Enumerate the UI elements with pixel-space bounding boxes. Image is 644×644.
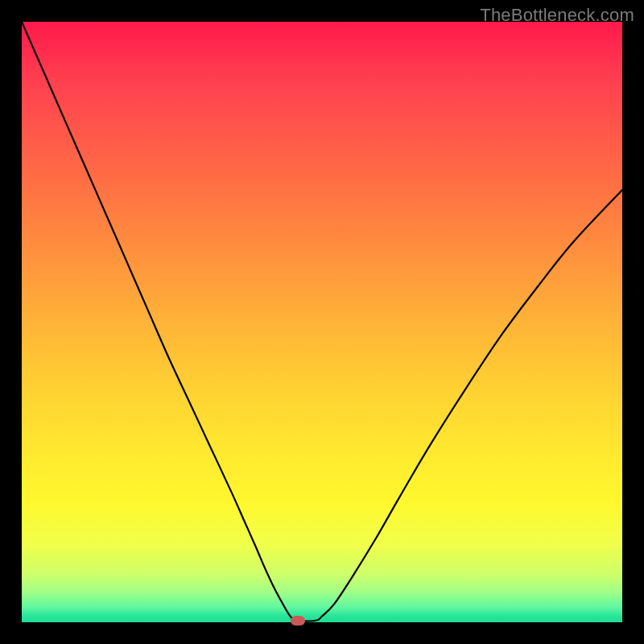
chart-frame: TheBottleneck.com — [0, 0, 644, 644]
bottleneck-curve — [22, 22, 622, 622]
optimal-marker — [291, 616, 305, 625]
chart-plot-area — [22, 22, 622, 622]
